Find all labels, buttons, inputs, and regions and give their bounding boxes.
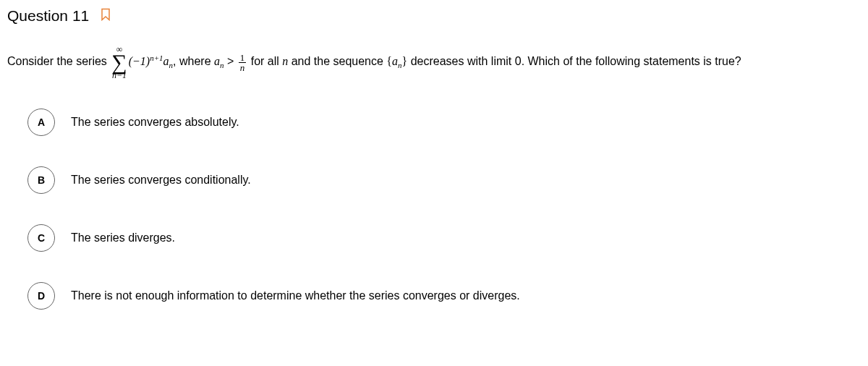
option-c[interactable]: C The series diverges.	[27, 224, 861, 252]
question-prompt: Consider the series ∞ ∑ n=1 (−1)n+1an, w…	[7, 45, 861, 80]
bookmark-icon[interactable]	[101, 8, 111, 24]
option-text: The series converges absolutely.	[71, 116, 239, 129]
option-bubble: D	[27, 282, 55, 310]
option-text: There is not enough information to deter…	[71, 289, 520, 302]
sum-lower-limit: n=1	[112, 71, 127, 80]
option-bubble: A	[27, 108, 55, 136]
option-bubble: C	[27, 224, 55, 252]
question-header: Question 11	[7, 7, 861, 25]
frac-denominator: n	[239, 63, 247, 72]
series-term: (−1)n+1an	[129, 55, 173, 67]
prompt-lead: Consider the series	[7, 55, 110, 67]
fraction-one-over-n: 1 n	[239, 53, 247, 72]
sequence-braces: {an}	[386, 55, 407, 67]
gt-text: >	[224, 55, 237, 67]
and-seq-text: and the sequence	[288, 55, 386, 67]
question-title: Question 11	[7, 7, 89, 25]
summation-symbol: ∞ ∑ n=1	[111, 45, 127, 80]
prompt-tail: decreases with limit 0. Which of the fol…	[407, 55, 741, 67]
option-d[interactable]: D There is not enough information to det…	[27, 282, 861, 310]
option-text: The series converges conditionally.	[71, 174, 251, 187]
prompt-where: , where	[173, 55, 214, 67]
option-text: The series diverges.	[71, 231, 175, 244]
option-bubble: B	[27, 166, 55, 194]
for-all-text: for all	[247, 55, 282, 67]
option-a[interactable]: A The series converges absolutely.	[27, 108, 861, 136]
sigma-icon: ∑	[111, 54, 127, 71]
frac-numerator: 1	[239, 53, 247, 63]
option-b[interactable]: B The series converges conditionally.	[27, 166, 861, 194]
options-list: A The series converges absolutely. B The…	[7, 108, 861, 310]
an-var: an	[214, 55, 224, 67]
